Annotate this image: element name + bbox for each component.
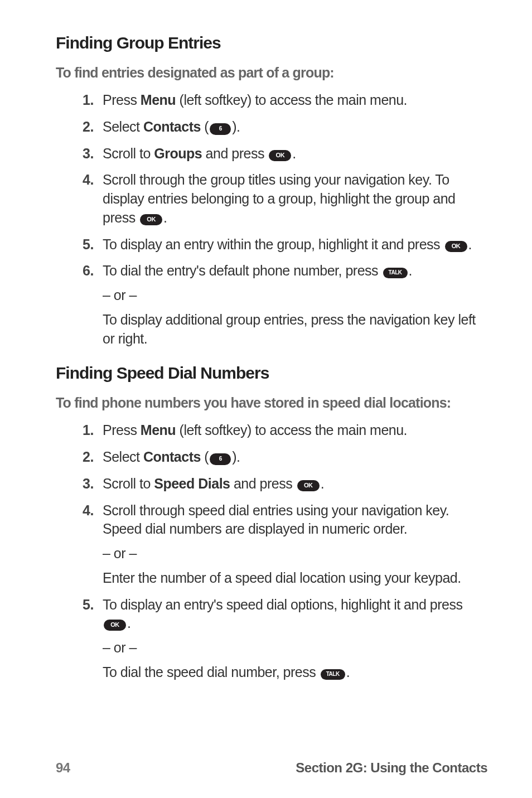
step-2: 2. Select Contacts (6). xyxy=(83,448,487,467)
step-text-close: . xyxy=(468,236,472,252)
key-ok-icon: OK xyxy=(104,620,126,631)
step-5: 5. To display an entry's speed dial opti… xyxy=(83,596,487,682)
step-number: 2. xyxy=(83,118,94,137)
step-text-pre: Select xyxy=(103,119,143,134)
key-6-icon: 6 xyxy=(210,123,231,135)
step-bold: Menu xyxy=(141,422,176,438)
step-text: To dial the entry's default phone number… xyxy=(103,263,382,278)
step-4: 4. Scroll through the group titles using… xyxy=(83,171,487,227)
step-extra: Enter the number of a speed dial locatio… xyxy=(103,569,487,588)
step-text-post: (left softkey) to access the main menu. xyxy=(176,422,407,438)
step-bold: Speed Dials xyxy=(154,476,230,491)
step-bold: Contacts xyxy=(143,449,201,465)
step-text-open: ( xyxy=(201,119,209,134)
step-bold: Contacts xyxy=(143,119,201,134)
step-bold: Menu xyxy=(141,92,176,108)
step-text-pre: Select xyxy=(103,449,143,465)
step-text-close: . xyxy=(292,146,296,161)
key-talk-icon: TALK xyxy=(321,669,345,680)
step-number: 1. xyxy=(83,91,94,110)
key-talk-icon: TALK xyxy=(383,268,408,278)
subheading-group: To find entries designated as part of a … xyxy=(56,65,487,81)
step-number: 4. xyxy=(83,501,94,520)
step-number: 3. xyxy=(83,475,94,494)
step-extra: To display additional group entries, pre… xyxy=(103,311,487,349)
step-4: 4. Scroll through speed dial entries usi… xyxy=(83,501,487,588)
steps-group: 1. Press Menu (left softkey) to access t… xyxy=(56,91,487,348)
step-text-close: ). xyxy=(232,119,240,134)
step-text-open: and press xyxy=(202,146,268,161)
or-divider: – or – xyxy=(103,286,487,305)
step-6: 6. To dial the entry's default phone num… xyxy=(83,262,487,348)
step-text-close: . xyxy=(163,210,167,225)
step-text-open: ( xyxy=(201,449,209,465)
step-text: To display an entry's speed dial options… xyxy=(103,597,462,612)
heading-group-entries: Finding Group Entries xyxy=(56,33,487,52)
step-number: 4. xyxy=(83,171,94,190)
step-number: 5. xyxy=(83,596,94,615)
step-1: 1. Press Menu (left softkey) to access t… xyxy=(83,91,487,110)
step-text-close: . xyxy=(321,476,324,491)
step-number: 2. xyxy=(83,448,94,467)
step-1: 1. Press Menu (left softkey) to access t… xyxy=(83,421,487,440)
or-divider: – or – xyxy=(103,639,487,657)
step-5: 5. To display an entry within the group,… xyxy=(83,235,487,254)
step-number: 5. xyxy=(83,235,94,254)
step-text-open: and press xyxy=(230,476,296,491)
step-number: 3. xyxy=(83,144,94,163)
step-text-close: . xyxy=(409,263,412,278)
heading-speed-dial: Finding Speed Dial Numbers xyxy=(56,364,487,383)
step-text-pre: Scroll to xyxy=(103,146,154,161)
key-6-icon: 6 xyxy=(210,453,231,465)
extra-post: . xyxy=(346,664,350,680)
steps-speed: 1. Press Menu (left softkey) to access t… xyxy=(56,421,487,681)
key-ok-icon: OK xyxy=(297,480,320,491)
step-3: 3. Scroll to Speed Dials and press OK. xyxy=(83,475,487,494)
step-3: 3. Scroll to Groups and press OK. xyxy=(83,144,487,163)
step-text-post: (left softkey) to access the main menu. xyxy=(176,92,407,108)
page-footer: 94 Section 2G: Using the Contacts xyxy=(56,760,487,776)
step-text-pre: Press xyxy=(103,422,141,438)
extra-pre: To dial the speed dial number, press xyxy=(103,664,320,680)
page-number: 94 xyxy=(56,760,70,776)
step-text-close: . xyxy=(127,615,130,631)
step-text-close: ). xyxy=(232,449,240,465)
step-text: To display an entry within the group, hi… xyxy=(103,236,444,252)
key-ok-icon: OK xyxy=(445,241,467,252)
step-bold: Groups xyxy=(154,146,202,161)
step-text-pre: Scroll to xyxy=(103,476,154,491)
step-text-pre: Press xyxy=(103,92,141,108)
step-number: 1. xyxy=(83,421,94,440)
key-ok-icon: OK xyxy=(269,150,291,161)
or-divider: – or – xyxy=(103,544,487,563)
subheading-speed: To find phone numbers you have stored in… xyxy=(56,395,487,411)
step-2: 2. Select Contacts (6). xyxy=(83,118,487,137)
step-extra: To dial the speed dial number, press TAL… xyxy=(103,663,487,682)
step-number: 6. xyxy=(83,262,94,280)
step-text: Scroll through speed dial entries using … xyxy=(103,502,449,537)
key-ok-icon: OK xyxy=(140,214,162,225)
section-label: Section 2G: Using the Contacts xyxy=(296,760,487,776)
